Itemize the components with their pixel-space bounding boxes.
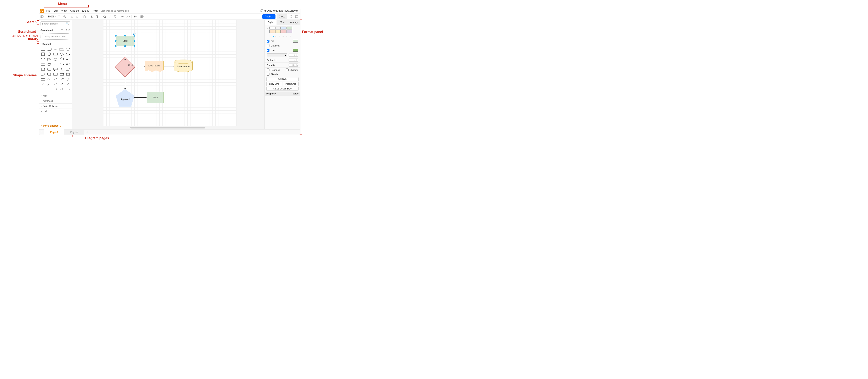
shape-link-arrow-double[interactable] — [59, 87, 64, 91]
menu-help[interactable]: Help — [91, 8, 99, 13]
tab-style[interactable]: Style — [265, 20, 277, 25]
resize-handle-se[interactable] — [133, 45, 135, 47]
shape-and[interactable] — [40, 72, 45, 76]
edit-style-button[interactable]: Edit Style — [266, 77, 299, 81]
shape-document[interactable] — [65, 57, 70, 61]
shape-actor[interactable] — [59, 67, 64, 71]
menu-arrange[interactable]: Arrange — [68, 8, 81, 13]
palette-dots[interactable]: ●○ ○ ○ ○ ○ — [265, 34, 300, 39]
line-color-chip[interactable] — [293, 49, 298, 52]
shape-directional-line[interactable] — [65, 82, 70, 86]
zoom-level[interactable]: 100%▾ — [48, 15, 56, 18]
sketch-checkbox[interactable] — [267, 73, 270, 75]
shape-link-solid[interactable] — [40, 87, 45, 91]
shape-parallelogram[interactable] — [65, 52, 70, 56]
swatch[interactable] — [270, 30, 275, 33]
swatch[interactable] — [275, 27, 281, 30]
swatch[interactable] — [281, 27, 286, 30]
line-checkbox[interactable] — [267, 49, 270, 52]
table-icon[interactable]: ▾ — [140, 14, 145, 19]
shape-textbox[interactable] — [59, 47, 64, 51]
insert-icon[interactable]: +▾ — [133, 14, 137, 19]
lib-entity-relation[interactable]: ▸Entity Relation — [39, 103, 72, 109]
tab-arrange[interactable]: Arrange — [288, 20, 300, 25]
resize-handle-n[interactable] — [124, 35, 126, 37]
more-shapes-button[interactable]: + More Shapes… — [39, 122, 72, 129]
shape-internal-storage[interactable] — [40, 62, 45, 66]
horizontal-scrollbar[interactable] — [130, 127, 205, 129]
shape-hexagon[interactable] — [40, 57, 45, 61]
edge-approval-final[interactable] — [134, 97, 146, 98]
zoom-out-icon[interactable] — [62, 14, 67, 19]
line-width-input[interactable] — [288, 54, 298, 57]
shape-callout[interactable] — [53, 67, 58, 71]
lib-advanced[interactable]: ▸Advanced — [39, 98, 72, 103]
redo-icon[interactable] — [75, 14, 80, 19]
to-front-icon[interactable] — [90, 14, 94, 19]
scratchpad-help-icon[interactable]: ? — [61, 29, 63, 31]
shape-dotted-line[interactable] — [47, 82, 52, 86]
shape-rounded-rect[interactable] — [47, 47, 52, 51]
add-page-icon[interactable]: + — [84, 130, 90, 135]
set-default-style-button[interactable]: Set as Default Style — [266, 87, 299, 91]
shape-bidir-line[interactable] — [59, 82, 64, 86]
edge-choice-write[interactable] — [135, 67, 144, 67]
shape-text[interactable]: Text — [53, 47, 58, 51]
page-tab-1[interactable]: Page-1 — [44, 129, 64, 135]
shape-double-rect[interactable] — [65, 72, 70, 76]
shape-rect[interactable] — [40, 47, 45, 51]
shape-list[interactable]: List Item — [40, 77, 45, 81]
waypoint-icon[interactable]: ▾ — [126, 14, 130, 19]
resize-handle-e[interactable] — [133, 40, 135, 42]
palette-prev-icon[interactable]: ‹ — [266, 27, 269, 29]
paste-style-button[interactable]: Paste Style — [283, 82, 299, 86]
shape-card[interactable] — [47, 67, 52, 71]
line-style-select[interactable]: ──────── — [267, 53, 287, 57]
shape-curve[interactable] — [47, 77, 52, 81]
resize-handle-w[interactable] — [115, 40, 117, 42]
sidebar-toggle-icon[interactable]: ▾ — [40, 14, 45, 19]
to-back-icon[interactable] — [95, 14, 99, 19]
format-panel-toggle-icon[interactable] — [294, 14, 299, 19]
opacity-input[interactable] — [288, 64, 298, 67]
perimeter-input[interactable] — [288, 59, 298, 62]
edge-start-choice[interactable] — [125, 46, 125, 60]
copy-style-button[interactable]: Copy Style — [266, 82, 282, 86]
scratchpad-header[interactable]: Scratchpad ? + ✎ ✕ — [39, 28, 72, 32]
shape-link-dashed[interactable] — [47, 87, 52, 91]
tab-text[interactable]: Text — [277, 20, 288, 25]
shape-or[interactable] — [65, 67, 70, 71]
shadow-icon[interactable] — [113, 14, 118, 19]
shape-dashed-line[interactable] — [40, 82, 45, 86]
node-approval[interactable]: Approval — [115, 89, 135, 107]
shape-data-storage[interactable] — [47, 72, 52, 76]
shape-thick-arrow[interactable] — [65, 77, 70, 81]
menu-extras[interactable]: Extras — [81, 8, 91, 13]
line-color-icon[interactable] — [107, 14, 112, 19]
gradient-checkbox[interactable] — [267, 44, 270, 47]
fill-color-chip[interactable] — [293, 40, 298, 42]
shape-triangle[interactable] — [47, 57, 52, 61]
lib-uml[interactable]: ▸UML — [39, 109, 72, 114]
shape-trapezoid[interactable] — [59, 62, 64, 66]
shape-square[interactable] — [40, 52, 45, 56]
fill-color-icon[interactable] — [102, 14, 107, 19]
resize-handle-sw[interactable] — [115, 45, 117, 47]
scratchpad-edit-icon[interactable]: ✎ — [66, 29, 67, 31]
undo-icon[interactable] — [70, 14, 74, 19]
menu-file[interactable]: File — [45, 8, 52, 13]
swatch[interactable] — [275, 30, 281, 33]
publish-button[interactable]: Publish — [262, 14, 276, 19]
edge-choice-approval[interactable] — [125, 74, 125, 89]
shape-link-arrow-open[interactable] — [53, 87, 58, 91]
node-write[interactable]: Write record — [145, 61, 163, 72]
node-start[interactable]: Start — [116, 36, 134, 46]
scratchpad-close-icon[interactable]: ✕ — [68, 29, 70, 31]
shape-circle[interactable] — [47, 52, 52, 56]
swatch[interactable] — [270, 27, 275, 30]
resize-handle-ne[interactable] — [133, 35, 135, 37]
shape-cylinder[interactable] — [53, 57, 58, 61]
paper[interactable]: Start Choice Wri — [103, 20, 236, 126]
shape-arrow[interactable] — [59, 77, 64, 81]
swatch[interactable] — [287, 30, 292, 33]
